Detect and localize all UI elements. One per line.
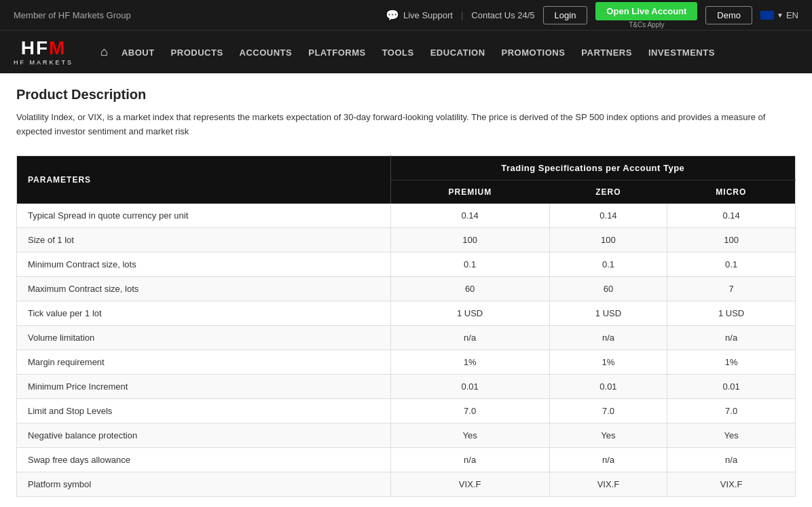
separator: | xyxy=(461,10,463,20)
nav-item-partners[interactable]: PARTNERS xyxy=(581,47,632,58)
param-label: Swap free days allowance xyxy=(17,447,391,472)
value-premium: n/a xyxy=(390,447,549,472)
value-premium: VIX.F xyxy=(390,472,549,496)
logo[interactable]: HFM HF MARKETS xyxy=(14,39,73,66)
param-label: Volume limitation xyxy=(17,325,391,350)
lang-code: EN xyxy=(786,10,798,20)
value-premium: 7.0 xyxy=(390,398,549,423)
table-row: Typical Spread in quote currency per uni… xyxy=(17,204,796,228)
value-micro: n/a xyxy=(667,447,796,472)
chevron-down-icon: ▼ xyxy=(777,12,783,19)
tcs-apply-text: T&Cs Apply xyxy=(629,21,664,29)
home-icon[interactable]: ⌂ xyxy=(100,45,108,59)
value-zero: 60 xyxy=(549,276,667,301)
value-zero: 0.01 xyxy=(549,374,667,398)
account-type-micro: MICRO xyxy=(667,180,796,204)
table-header-row-1: PARAMETERS Trading Specifications per Ac… xyxy=(17,155,796,180)
top-bar-right: 💬 Live Support | Contact Us 24/5 Login O… xyxy=(386,2,798,29)
value-premium: 0.01 xyxy=(390,374,549,398)
param-label: Typical Spread in quote currency per uni… xyxy=(17,204,391,228)
value-zero: n/a xyxy=(549,447,667,472)
value-micro: 0.14 xyxy=(667,204,796,228)
value-premium: 0.14 xyxy=(390,204,549,228)
param-label: Minimum Contract size, lots xyxy=(17,252,391,276)
login-button[interactable]: Login xyxy=(543,6,588,24)
value-micro: Yes xyxy=(667,423,796,447)
param-label: Maximum Contract size, lots xyxy=(17,276,391,301)
value-premium: Yes xyxy=(390,423,549,447)
nav-menu: ABOUT PRODUCTS ACCOUNTS PLATFORMS TOOLS … xyxy=(122,47,715,58)
value-zero: 1 USD xyxy=(549,301,667,325)
table-row: Limit and Stop Levels7.07.07.0 xyxy=(17,398,796,423)
table-body: Typical Spread in quote currency per uni… xyxy=(17,204,796,497)
param-label: Size of 1 lot xyxy=(17,227,391,252)
table-row: Swap free days allowancen/an/an/a xyxy=(17,447,796,472)
table-row: Volume limitationn/an/an/a xyxy=(17,325,796,350)
nav-item-education[interactable]: EDUCATION xyxy=(430,47,485,58)
open-live-account-button[interactable]: Open Live Account xyxy=(595,2,697,20)
value-zero: 0.14 xyxy=(549,204,667,228)
top-bar: Member of HF Markets Group 💬 Live Suppor… xyxy=(0,0,812,30)
nav-item-accounts[interactable]: ACCOUNTS xyxy=(240,47,293,58)
nav-bar: HFM HF MARKETS ⌂ ABOUT PRODUCTS ACCOUNTS… xyxy=(0,30,812,73)
value-zero: 0.1 xyxy=(549,252,667,276)
value-zero: n/a xyxy=(549,325,667,350)
value-premium: 1% xyxy=(390,350,549,374)
product-description: Volatility Index, or VIX, is a market in… xyxy=(16,111,796,139)
member-text: Member of HF Markets Group xyxy=(14,10,131,20)
value-zero: VIX.F xyxy=(549,472,667,496)
open-account-wrapper: Open Live Account T&Cs Apply xyxy=(595,2,697,29)
specs-table: PARAMETERS Trading Specifications per Ac… xyxy=(16,155,796,497)
value-micro: n/a xyxy=(667,325,796,350)
nav-item-investments[interactable]: INVESTMENTS xyxy=(648,47,715,58)
nav-item-promotions[interactable]: PROMOTIONS xyxy=(502,47,566,58)
value-micro: VIX.F xyxy=(667,472,796,496)
value-premium: 100 xyxy=(390,227,549,252)
param-label: Margin requirement xyxy=(17,350,391,374)
value-micro: 0.1 xyxy=(667,252,796,276)
product-title: Product Description xyxy=(16,87,796,102)
logo-sub: HF MARKETS xyxy=(14,59,73,66)
param-label: Negative balance protection xyxy=(17,423,391,447)
table-row: Negative balance protectionYesYesYes xyxy=(17,423,796,447)
table-row: Maximum Contract size, lots60607 xyxy=(17,276,796,301)
param-label: Limit and Stop Levels xyxy=(17,398,391,423)
table-row: Platform symbolVIX.FVIX.FVIX.F xyxy=(17,472,796,496)
value-zero: 7.0 xyxy=(549,398,667,423)
value-zero: 100 xyxy=(549,227,667,252)
table-row: Margin requirement1%1%1% xyxy=(17,350,796,374)
nav-item-products[interactable]: PRODUCTS xyxy=(171,47,223,58)
value-micro: 1 USD xyxy=(667,301,796,325)
nav-item-about[interactable]: ABOUT xyxy=(122,47,155,58)
table-row: Tick value per 1 lot1 USD1 USD1 USD xyxy=(17,301,796,325)
param-label: Tick value per 1 lot xyxy=(17,301,391,325)
live-support[interactable]: 💬 Live Support xyxy=(386,9,453,22)
params-header: PARAMETERS xyxy=(17,155,391,204)
value-premium: n/a xyxy=(390,325,549,350)
value-micro: 1% xyxy=(667,350,796,374)
value-micro: 7 xyxy=(667,276,796,301)
value-premium: 60 xyxy=(390,276,549,301)
value-zero: Yes xyxy=(549,423,667,447)
value-micro: 7.0 xyxy=(667,398,796,423)
table-row: Minimum Price Increment0.010.010.01 xyxy=(17,374,796,398)
account-type-premium: PREMIUM xyxy=(390,180,549,204)
flag-icon xyxy=(760,11,774,20)
demo-button[interactable]: Demo xyxy=(705,6,752,24)
contact-us[interactable]: Contact Us 24/5 xyxy=(471,10,534,20)
nav-item-tools[interactable]: TOOLS xyxy=(382,47,414,58)
table-row: Size of 1 lot100100100 xyxy=(17,227,796,252)
nav-item-platforms[interactable]: PLATFORMS xyxy=(308,47,365,58)
table-row: Minimum Contract size, lots0.10.10.1 xyxy=(17,252,796,276)
logo-hfm: HFM xyxy=(21,39,67,58)
param-label: Platform symbol xyxy=(17,472,391,496)
chat-icon: 💬 xyxy=(386,9,399,22)
value-micro: 0.01 xyxy=(667,374,796,398)
account-type-zero: ZERO xyxy=(549,180,667,204)
value-premium: 1 USD xyxy=(390,301,549,325)
main-content: Product Description Volatility Index, or… xyxy=(0,73,812,507)
value-premium: 0.1 xyxy=(390,252,549,276)
trading-specs-header: Trading Specifications per Account Type xyxy=(390,155,795,180)
language-selector[interactable]: ▼ EN xyxy=(760,10,798,20)
value-zero: 1% xyxy=(549,350,667,374)
